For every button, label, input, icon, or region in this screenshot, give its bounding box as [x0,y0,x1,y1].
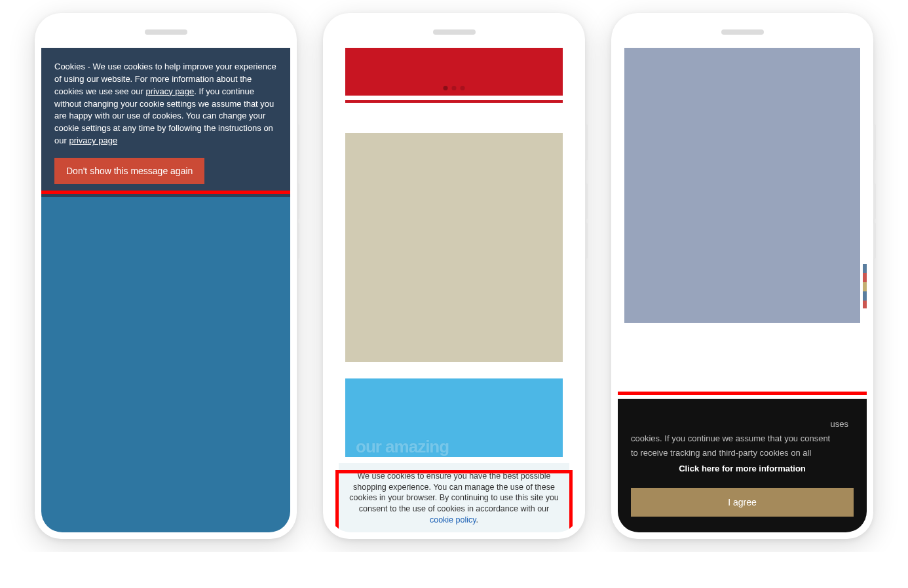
phone-side-button [873,124,876,160]
phone-side-button [297,223,299,259]
dot-icon[interactable] [461,86,465,90]
phone-mockup-3: uses cookies. If you continue we assume … [611,13,873,539]
annotation-highlight [41,48,290,194]
annotation-highlight [335,470,573,532]
phone-speaker [145,29,187,35]
phone-side-button [297,183,299,219]
carousel-dots[interactable] [444,86,465,90]
phone-side-button [585,124,588,160]
phone-side-button [585,223,588,259]
content-block [624,48,860,323]
page-header [345,48,563,100]
phone-side-button [585,183,588,219]
phone-mockup-1: Cookies - We use cookies to help improve… [35,13,297,539]
dot-icon[interactable] [444,86,448,90]
phone-side-button [873,183,876,219]
phone-screen: our amazing We use cookies to ensure you… [330,48,578,532]
background-hero-text: our amazing [356,437,449,457]
phone-speaker [433,29,476,35]
phone-screen: uses cookies. If you continue we assume … [618,48,867,532]
annotation-highlight [618,392,867,532]
dot-icon[interactable] [452,86,457,90]
page-content-placeholder [41,197,290,532]
phone-mockup-2: our amazing We use cookies to ensure you… [323,13,585,539]
phone-speaker [721,29,764,35]
phone-screen: Cookies - We use cookies to help improve… [41,48,290,532]
content-block [345,133,563,362]
phone-side-button [873,223,876,259]
decorative-strip [863,264,867,308]
phone-side-button [297,124,299,160]
